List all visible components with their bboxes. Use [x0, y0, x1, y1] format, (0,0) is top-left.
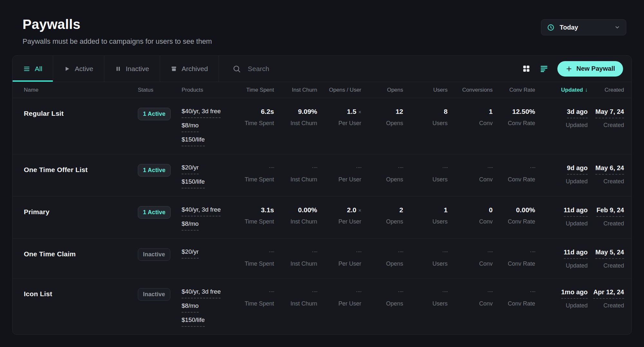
column-header-updated[interactable]: Updated↓ — [535, 87, 588, 93]
table-row[interactable]: Regular Lsit 1 Active $40/yr, 3d free$8/… — [13, 98, 631, 154]
search-icon — [232, 65, 241, 73]
empty-value-dash — [356, 291, 361, 292]
metric-time-spent: Time Spent — [234, 164, 274, 183]
product-price[interactable]: $40/yr, 3d free — [182, 108, 221, 118]
empty-value-dash — [398, 167, 403, 168]
new-paywall-button[interactable]: New Paywall — [557, 61, 623, 77]
empty-value-dash — [312, 167, 317, 168]
empty-value-dash — [312, 251, 317, 252]
table-header-row: Name Status Products Time Spent Inst Chu… — [13, 82, 631, 98]
status-badge: Inactive — [138, 288, 170, 301]
metric-users: 8Users — [403, 108, 448, 127]
column-header-time-spent[interactable]: Time Spent — [234, 87, 274, 93]
sort-desc-icon: ↓ — [585, 87, 588, 93]
metric-time-spent: 3.1sTime Spent — [234, 206, 274, 225]
empty-value-dash — [488, 167, 493, 168]
product-price[interactable]: $40/yr, 3d free — [182, 206, 221, 216]
metric-conversions: Conv — [448, 248, 493, 267]
updated-value[interactable]: 9d ago — [567, 164, 588, 175]
date-range-dropdown[interactable]: Today — [541, 19, 626, 35]
metric-conv-rate: Conv Rate — [493, 164, 535, 183]
page-titles: Paywalls Paywalls must be added to campa… — [23, 17, 212, 46]
empty-value-dash — [443, 291, 448, 292]
tab-archived[interactable]: Archived — [160, 56, 219, 82]
products-list: $20/yr$150/life — [182, 164, 234, 188]
product-price[interactable]: $20/yr — [182, 248, 199, 259]
metric-inst-churn: Inst Churn — [274, 288, 317, 307]
product-price[interactable]: $150/life — [182, 136, 205, 146]
column-header-inst-churn[interactable]: Inst Churn — [274, 87, 317, 93]
metric-updated: 11d agoUpdated — [535, 248, 588, 269]
empty-value-dash — [398, 251, 403, 252]
paywall-name: Icon List — [24, 288, 138, 298]
created-value[interactable]: May 7, 24 — [595, 108, 624, 118]
product-price[interactable]: $40/yr, 3d free — [182, 288, 221, 298]
empty-value-dash — [530, 167, 535, 168]
metric-opens: 12Opens — [361, 108, 403, 127]
metric-opens-per-user: 1.5×Per User — [317, 108, 361, 127]
metric-conversions: 1Conv — [448, 108, 493, 127]
metric-opens-per-user: Per User — [317, 164, 361, 183]
metric-created: May 7, 24Created — [588, 108, 624, 129]
metric-updated: 1mo agoUpdated — [535, 288, 588, 309]
column-header-status[interactable]: Status — [138, 87, 182, 93]
column-header-products[interactable]: Products — [182, 87, 234, 93]
metric-conv-rate: 0.00%Conv Rate — [493, 206, 535, 225]
grid-view-icon[interactable] — [522, 64, 531, 73]
products-list: $40/yr, 3d free$8/mo$150/life — [182, 288, 234, 327]
product-price[interactable]: $8/mo — [182, 122, 199, 132]
tab-all[interactable]: All — [13, 56, 53, 82]
product-price[interactable]: $150/life — [182, 178, 205, 188]
product-price[interactable]: $20/yr — [182, 164, 199, 174]
metric-opens: 2Opens — [361, 206, 403, 225]
column-header-created[interactable]: Created — [588, 87, 624, 93]
metric-created: May 5, 24Created — [588, 248, 624, 269]
column-header-users[interactable]: Users — [403, 87, 448, 93]
metric-inst-churn: Inst Churn — [274, 164, 317, 183]
empty-value-dash — [530, 251, 535, 252]
metric-time-spent: Time Spent — [234, 288, 274, 307]
list-view-icon[interactable] — [540, 64, 548, 73]
page-title: Paywalls — [23, 17, 212, 32]
product-price[interactable]: $150/life — [182, 316, 205, 327]
metric-users: 1Users — [403, 206, 448, 225]
product-price[interactable]: $8/mo — [182, 302, 199, 313]
search-input[interactable] — [247, 65, 450, 73]
metric-conversions: 0Conv — [448, 206, 493, 225]
metric-updated: 9d agoUpdated — [535, 164, 588, 185]
tab-inactive[interactable]: Inactive — [104, 56, 160, 82]
pause-icon — [115, 66, 121, 72]
metric-created: May 6, 24Created — [588, 164, 624, 185]
date-range-value: Today — [560, 24, 609, 31]
metric-inst-churn: Inst Churn — [274, 248, 317, 267]
metric-users: Users — [403, 248, 448, 267]
metric-time-spent: 6.2sTime Spent — [234, 108, 274, 127]
updated-value[interactable]: 11d ago — [564, 206, 588, 217]
tab-active[interactable]: Active — [53, 56, 104, 82]
table-row[interactable]: Icon List Inactive $40/yr, 3d free$8/mo$… — [13, 279, 631, 334]
paywall-name: One Time Offer List — [24, 164, 138, 174]
empty-value-dash — [488, 291, 493, 292]
updated-value[interactable]: 11d ago — [564, 249, 588, 259]
updated-value[interactable]: 3d ago — [567, 108, 588, 118]
table-row[interactable]: One Time Claim Inactive $20/yr Time Spen… — [13, 239, 631, 279]
table-row[interactable]: One Time Offer List 1 Active $20/yr$150/… — [13, 154, 631, 196]
table-toolbar: All Active Inactive Archived — [13, 56, 631, 82]
created-value[interactable]: Feb 9, 24 — [596, 206, 624, 217]
metric-conv-rate: Conv Rate — [493, 248, 535, 267]
column-header-name[interactable]: Name — [24, 87, 138, 93]
updated-value[interactable]: 1mo ago — [561, 288, 588, 299]
column-header-conversions[interactable]: Conversions — [448, 87, 493, 93]
created-value[interactable]: May 6, 24 — [595, 164, 624, 175]
column-header-conv-rate[interactable]: Conv Rate — [493, 87, 535, 93]
empty-value-dash — [443, 251, 448, 252]
products-list: $20/yr — [182, 248, 234, 259]
column-header-opens[interactable]: Opens — [361, 87, 403, 93]
created-value[interactable]: Apr 12, 24 — [593, 288, 624, 299]
table-row[interactable]: Primary 1 Active $40/yr, 3d free$8/mo 3.… — [13, 196, 631, 239]
created-value[interactable]: May 5, 24 — [595, 249, 624, 259]
search-box — [232, 56, 522, 82]
metric-opens: Opens — [361, 164, 403, 183]
product-price[interactable]: $8/mo — [182, 220, 199, 231]
column-header-opens-per-user[interactable]: Opens / User — [317, 87, 361, 93]
